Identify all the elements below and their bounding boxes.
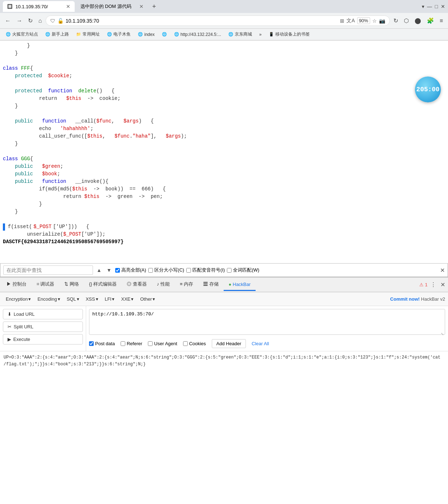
address-input[interactable] [66,18,338,24]
hackbar-url-textarea[interactable]: http://10.1.109.35:70/ [89,309,445,335]
code-line-10 [3,110,445,117]
hackbar-other[interactable]: Other ▾ [137,295,158,303]
bookmark-jingdong[interactable]: 🌐 京东商城 [225,31,255,38]
search-close-button[interactable]: ✕ [440,267,445,274]
hackbar-xxe[interactable]: XXE ▾ [118,295,136,303]
bookmark-43ip[interactable]: 🌐 http://43.132.224.5:... [171,31,224,38]
bookmarks-bar: 🌐 火狐官方站点 🌐 新手上路 📁 常用网址 🌐 电子木鱼 🌐 index 🌐 … [0,29,448,40]
storage-icon: ☰ [203,281,208,287]
add-header-button[interactable]: Add Header [212,339,246,348]
post-data-checkbox[interactable] [89,341,94,346]
referer-checkbox[interactable] [121,341,125,346]
resize-handle[interactable]: ⤡ [441,332,445,336]
bookmark-xinshou[interactable]: 🌐 新手上路 [42,31,72,38]
window-minimize[interactable]: — [427,4,432,9]
highlight-all-checkbox[interactable] [115,268,120,273]
tab-1-close[interactable]: ✕ [66,4,70,9]
address-bar[interactable]: 🛡 🔓 ⊞ 文A 90% ☆ 📷 [46,15,390,26]
tab-1-title: 10.1.109.35:70/ [15,4,63,9]
tab-debugger[interactable]: ⌗ 调试器 [32,278,60,291]
extensions-icon[interactable]: 🧩 [425,16,436,26]
hackbar-sql[interactable]: SQL ▾ [64,295,82,303]
hackbar-version: HackBar v2 [421,296,445,302]
hackbar-encoding[interactable]: Encoding ▾ [34,295,63,303]
load-url-button[interactable]: ⬇ Load URL [3,309,83,319]
plugin1-icon[interactable]: ⬡ [402,16,411,26]
bookmark-star[interactable]: ☆ [372,18,377,24]
window-close[interactable]: ✕ [441,4,445,9]
tab-2-close[interactable]: ✕ [139,4,144,9]
tab-hackbar[interactable]: ● HackBar [224,279,256,291]
tab-console[interactable]: ▶ 控制台 [1,278,32,291]
encryption-label: Encryption [6,296,28,302]
tab-storage[interactable]: ☰ 存储 [198,278,224,291]
execute-button[interactable]: ▶ Execute [3,334,83,345]
xss-label: XSS [86,296,95,302]
tab-performance[interactable]: ♪ 性能 [152,278,175,291]
case-sensitive-checkbox[interactable] [148,268,153,273]
sync-icon[interactable]: ↻ [391,16,400,26]
load-url-label: Load URL [14,311,35,317]
bookmark-more[interactable]: » [256,31,265,38]
hackbar-commit-button[interactable]: Commit now! HackBar v2 [390,296,445,302]
tab-2[interactable]: 选中部分的 DOM 源代码 ✕ [76,1,148,12]
bookmark-index[interactable]: 🌐 index [135,31,158,38]
split-url-button[interactable]: ✂ Split URL [3,322,83,332]
search-prev-button[interactable]: ▲ [95,267,103,274]
back-button[interactable]: ← [3,16,13,26]
bookmark-changyong[interactable]: 📁 常用网址 [73,31,103,38]
window-maximize[interactable]: □ [435,4,438,9]
new-tab-button[interactable]: + [149,3,159,10]
bookmark-globe[interactable]: 🌐 [159,31,170,37]
code-line-12: echo 'hahahhhh'; [3,125,445,133]
search-input[interactable] [3,265,93,275]
post-data-option[interactable]: Post data [89,341,115,346]
user-agent-checkbox[interactable] [148,341,153,346]
code-line-20: if(md5(md5($this -> book)) == 666) { [3,185,445,193]
case-sensitive-option[interactable]: 区分大小写(C) [148,267,184,273]
load-url-icon: ⬇ [8,311,11,317]
console-icon: ▶ [6,281,11,287]
referer-option[interactable]: Referer [121,341,142,346]
home-button[interactable]: ⌂ [36,16,44,26]
diacritic-option[interactable]: 匹配变音符号(I) [186,267,225,273]
translate2-icon[interactable]: 文A [346,18,355,24]
window-down-arrow[interactable]: ▾ [422,4,424,9]
devtools-more-button[interactable]: ⋮ [429,280,438,290]
reload-button[interactable]: ↻ [26,16,35,26]
bookmark-dianzimuguo[interactable]: 🌐 电子木鱼 [104,31,134,38]
menu-icon[interactable]: ≡ [438,16,445,26]
translate-icon[interactable]: ⊞ [340,18,344,24]
tab-memory[interactable]: ≡ 内存 [175,278,198,291]
whole-word-checkbox[interactable] [227,268,232,273]
bookmark-mobile[interactable]: 📱 移动设备上的书签 [266,31,313,38]
tab-inspector[interactable]: ◎ 查看器 [122,278,152,291]
cookies-option[interactable]: Cookies [183,341,206,346]
devtools-close-button[interactable]: ✕ [439,280,447,290]
user-agent-option[interactable]: User Agent [148,341,177,346]
search-bar: ▲ ▼ 高亮全部(A) 区分大小写(C) 匹配变音符号(I) 全词匹配(W) ✕ [0,263,448,277]
code-line-24 [3,216,445,223]
other-label: Other [140,296,152,302]
tab-style-editor[interactable]: {} 样式编辑器 [84,278,122,291]
clear-all-button[interactable]: Clear All [252,341,269,346]
tab-network[interactable]: ⇅ 网络 [59,278,84,291]
code-line-19: public function __invoke(){ [3,178,445,185]
zoom-level[interactable]: 90% [357,17,370,24]
hackbar-lfi[interactable]: LFI ▾ [102,295,118,303]
cookies-checkbox[interactable] [183,341,188,346]
hackbar-xss[interactable]: XSS ▾ [83,295,101,303]
whole-word-option[interactable]: 全词匹配(W) [227,267,259,273]
highlight-all-option[interactable]: 高亮全部(A) [115,267,146,273]
bookmark-huohu[interactable]: 🌐 火狐官方站点 [3,31,41,38]
screenshot-icon[interactable]: 📷 [379,18,385,24]
search-next-button[interactable]: ▼ [105,267,113,274]
tab-1[interactable]: 🔲 10.1.109.35:70/ ✕ [3,1,75,12]
diacritic-checkbox[interactable] [186,268,191,273]
forward-button[interactable]: → [14,16,24,26]
plugin2-icon[interactable]: ⬤ [412,16,423,26]
nav-right: ↻ ⬡ ⬤ 🧩 ≡ [391,16,445,26]
devtools-tab-bar: ▶ 控制台 ⌗ 调试器 ⇅ 网络 {} 样式编辑器 ◎ 查看器 ♪ 性能 ≡ 内… [0,278,448,292]
split-url-icon: ✂ [8,324,11,329]
hackbar-encryption[interactable]: Encryption ▾ [3,295,34,303]
